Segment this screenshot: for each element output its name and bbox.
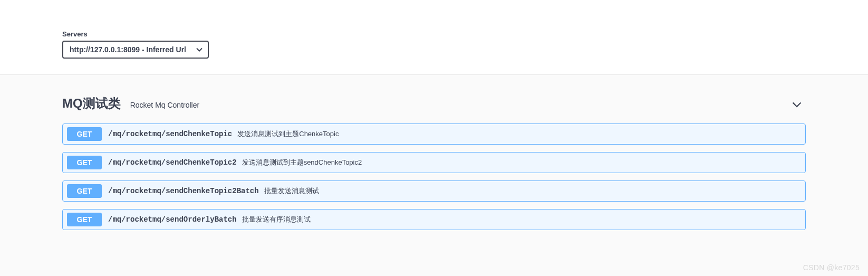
tag-header-left: MQ测试类 Rocket Mq Controller <box>62 95 199 112</box>
operation-path: /mq/rocketmq/sendChenkeTopic2 <box>108 158 237 167</box>
operation-summary: 批量发送消息测试 <box>264 186 319 196</box>
operation-summary: 发送消息测试到主题sendChenkeTopic2 <box>242 158 362 167</box>
server-select[interactable]: http://127.0.0.1:8099 - Inferred Url <box>62 41 209 59</box>
server-select-value: http://127.0.0.1:8099 - Inferred Url <box>70 45 186 54</box>
tag-subtitle: Rocket Mq Controller <box>130 101 200 109</box>
servers-block: Servers http://127.0.0.1:8099 - Inferred… <box>0 0 868 59</box>
tag-header[interactable]: MQ测试类 Rocket Mq Controller <box>62 95 806 116</box>
operation-row[interactable]: GET /mq/rocketmq/sendChenkeTopic2Batch 批… <box>62 180 806 202</box>
operations-list: GET /mq/rocketmq/sendChenkeTopic 发送消息测试到… <box>62 123 806 230</box>
method-badge-get: GET <box>67 184 102 198</box>
tag-section: MQ测试类 Rocket Mq Controller GET /mq/rocke… <box>0 95 868 230</box>
method-badge-get: GET <box>67 213 102 226</box>
tag-title: MQ测试类 <box>62 95 121 112</box>
operation-row[interactable]: GET /mq/rocketmq/sendChenkeTopic2 发送消息测试… <box>62 152 806 173</box>
operation-summary: 批量发送有序消息测试 <box>242 215 311 224</box>
chevron-down-icon <box>792 100 806 110</box>
operation-row[interactable]: GET /mq/rocketmq/sendOrderlyBatch 批量发送有序… <box>62 209 806 230</box>
servers-section: Servers http://127.0.0.1:8099 - Inferred… <box>0 0 868 75</box>
chevron-down-icon <box>196 46 202 53</box>
operation-row[interactable]: GET /mq/rocketmq/sendChenkeTopic 发送消息测试到… <box>62 123 806 145</box>
operation-path: /mq/rocketmq/sendChenkeTopic2Batch <box>108 187 259 195</box>
method-badge-get: GET <box>67 127 102 141</box>
method-badge-get: GET <box>67 156 102 169</box>
operation-path: /mq/rocketmq/sendChenkeTopic <box>108 130 232 138</box>
operation-path: /mq/rocketmq/sendOrderlyBatch <box>108 215 237 224</box>
watermark: CSDN @ke7025 <box>803 263 860 272</box>
servers-label: Servers <box>62 30 806 38</box>
operation-summary: 发送消息测试到主题ChenkeTopic <box>237 129 339 139</box>
